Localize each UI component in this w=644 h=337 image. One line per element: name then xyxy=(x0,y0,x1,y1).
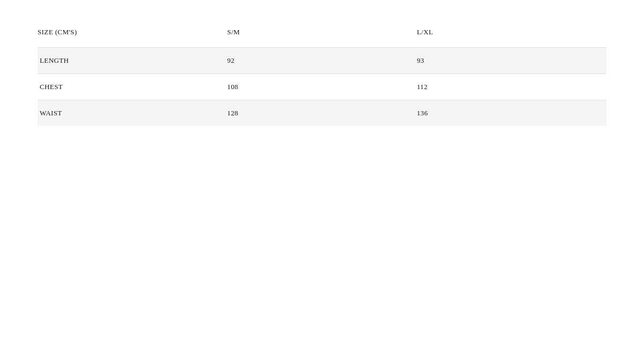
row-lxl-value: 112 xyxy=(417,74,606,100)
table-body: LENGTH 92 93 CHEST 108 112 WAIST 128 136 xyxy=(38,48,606,127)
row-sm-value: 128 xyxy=(227,100,416,127)
table-header-row: SIZE (CM'S) S/M L/XL xyxy=(38,21,606,48)
header-size-label: SIZE (CM'S) xyxy=(38,21,227,48)
row-label: WAIST xyxy=(38,100,227,127)
table-row: WAIST 128 136 xyxy=(38,100,606,127)
table-row: LENGTH 92 93 xyxy=(38,48,606,74)
row-lxl-value: 136 xyxy=(417,100,606,127)
row-sm-value: 92 xyxy=(227,48,416,74)
table-row: CHEST 108 112 xyxy=(38,74,606,100)
size-table: SIZE (CM'S) S/M L/XL LENGTH 92 93 CHEST … xyxy=(38,21,606,126)
row-label: CHEST xyxy=(38,74,227,100)
row-label: LENGTH xyxy=(38,48,227,74)
row-lxl-value: 93 xyxy=(417,48,606,74)
size-table-container: SIZE (CM'S) S/M L/XL LENGTH 92 93 CHEST … xyxy=(0,0,644,148)
row-sm-value: 108 xyxy=(227,74,416,100)
header-sm: S/M xyxy=(227,21,416,48)
header-lxl: L/XL xyxy=(417,21,606,48)
